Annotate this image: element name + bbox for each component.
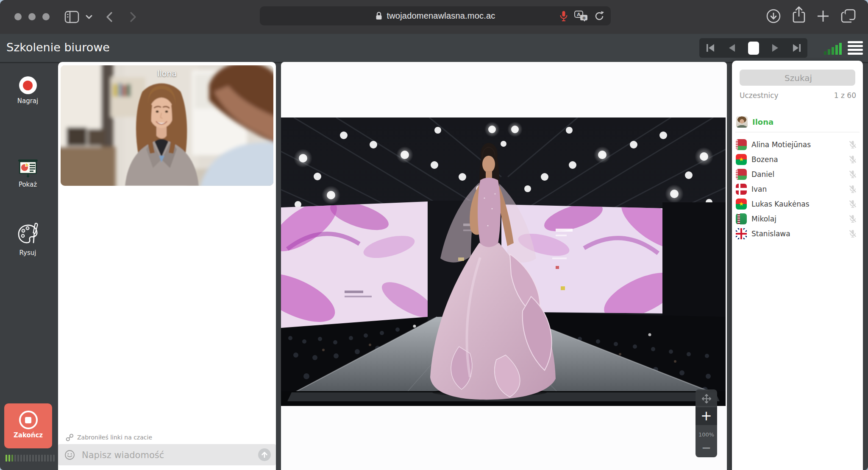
country-flag-icon bbox=[736, 199, 747, 210]
svg-text:A: A bbox=[577, 11, 581, 17]
draw-label: Rysuj bbox=[0, 249, 56, 257]
participants-divider bbox=[735, 132, 860, 132]
country-flag-icon bbox=[736, 139, 747, 150]
participants-panel: Uczestnicy 1 z 60 Ilona Alina Motiejūnas… bbox=[732, 61, 863, 470]
reload-icon[interactable] bbox=[594, 11, 605, 22]
webinar-toolbar: Szkolenie biurowe bbox=[0, 34, 868, 63]
address-bar[interactable]: twojadomenawlasna.moc.ac A ✻ bbox=[260, 6, 611, 25]
emoji-picker-icon[interactable] bbox=[64, 450, 75, 460]
browser-chrome: twojadomenawlasna.moc.ac A ✻ bbox=[0, 0, 868, 34]
draw-button[interactable]: Rysuj bbox=[0, 222, 56, 257]
audio-level-meter bbox=[6, 454, 55, 462]
skip-to-start-button[interactable] bbox=[703, 41, 718, 55]
presentation-board-icon bbox=[18, 158, 38, 178]
country-flag-icon bbox=[736, 228, 747, 239]
end-session-button[interactable]: Zakończ bbox=[4, 403, 52, 448]
participant-search-box[interactable] bbox=[740, 70, 855, 86]
microphone-active-icon[interactable] bbox=[559, 10, 568, 22]
country-flag-icon bbox=[736, 184, 747, 195]
video-frame-image bbox=[61, 65, 273, 186]
url-text: twojadomenawlasna.moc.ac bbox=[387, 11, 495, 21]
host-name: Ilona bbox=[752, 118, 773, 126]
participants-label: Uczestnicy bbox=[740, 91, 779, 100]
tab-overview-button[interactable] bbox=[840, 8, 857, 24]
end-label: Zakończ bbox=[4, 431, 52, 439]
presentation-stage: + 100% − bbox=[281, 62, 727, 470]
host-row[interactable]: Ilona bbox=[732, 114, 863, 129]
previous-button[interactable] bbox=[725, 41, 739, 55]
participants-count: 1 z 60 bbox=[834, 91, 856, 100]
mic-muted-icon bbox=[848, 140, 858, 150]
skip-to-end-button[interactable] bbox=[790, 41, 804, 55]
participant-row[interactable]: Ivan bbox=[732, 182, 863, 196]
record-button[interactable]: Nagraj bbox=[0, 76, 56, 105]
chat-input-bar bbox=[58, 444, 276, 465]
send-arrow-icon bbox=[261, 451, 268, 459]
translate-icon[interactable]: A ✻ bbox=[574, 11, 588, 22]
new-tab-button[interactable] bbox=[816, 9, 830, 23]
participant-row[interactable]: Lukas Kaukėnas bbox=[732, 196, 863, 211]
mic-muted-icon bbox=[848, 214, 858, 224]
pan-move-icon[interactable] bbox=[701, 393, 712, 404]
participants-header: Uczestnicy 1 z 60 bbox=[740, 91, 856, 100]
participant-search-input[interactable] bbox=[740, 70, 857, 87]
zoom-out-button[interactable]: − bbox=[696, 441, 717, 455]
downloads-button[interactable] bbox=[765, 8, 782, 24]
country-flag-icon bbox=[736, 169, 747, 180]
participant-name: Stanislawa bbox=[751, 229, 790, 238]
host-avatar bbox=[736, 116, 748, 128]
participant-name: Mikolaj bbox=[751, 215, 776, 223]
participant-name: Daniel bbox=[751, 170, 774, 179]
stop-icon bbox=[748, 42, 759, 55]
palette-icon bbox=[16, 222, 40, 246]
country-flag-icon bbox=[736, 213, 747, 224]
mic-muted-icon bbox=[848, 154, 858, 165]
participants-list: Alina Motiejūnas Bozena Daniel Ivan Luka bbox=[732, 137, 863, 241]
lock-icon bbox=[375, 11, 383, 21]
participant-row[interactable]: Stanislawa bbox=[732, 226, 863, 241]
sidebar-toggle-icon[interactable] bbox=[64, 11, 80, 23]
minimize-window-button[interactable] bbox=[28, 13, 36, 20]
mic-muted-icon bbox=[848, 199, 858, 209]
forward-button[interactable] bbox=[129, 11, 137, 22]
stop-button[interactable] bbox=[746, 41, 761, 55]
participant-row[interactable]: Alina Motiejūnas bbox=[732, 137, 863, 152]
record-label: Nagraj bbox=[0, 97, 56, 105]
share-button[interactable] bbox=[792, 6, 806, 25]
country-flag-icon bbox=[736, 154, 747, 165]
sidebar-chevron-icon[interactable] bbox=[85, 14, 93, 20]
webinar-title: Szkolenie biurowe bbox=[6, 34, 110, 61]
shared-content-image bbox=[281, 118, 726, 406]
link-icon bbox=[66, 434, 74, 442]
end-stop-icon bbox=[19, 411, 38, 429]
message-input[interactable] bbox=[81, 447, 244, 464]
mic-muted-icon bbox=[848, 229, 858, 239]
close-window-button[interactable] bbox=[14, 13, 22, 20]
play-button[interactable] bbox=[768, 41, 782, 55]
playback-controls bbox=[699, 38, 807, 58]
browser-window: twojadomenawlasna.moc.ac A ✻ bbox=[0, 0, 868, 470]
svg-text:✻: ✻ bbox=[582, 15, 586, 20]
chat-status-text: Zabroniłeś linki na czacie bbox=[77, 434, 152, 441]
participant-row[interactable]: Daniel bbox=[732, 167, 863, 182]
chat-panel: Ilona Zabroniłeś linki na czacie bbox=[58, 62, 276, 470]
mic-muted-icon bbox=[848, 169, 858, 179]
zoom-in-button[interactable]: + bbox=[696, 407, 717, 425]
participant-name: Lukas Kaukėnas bbox=[751, 200, 810, 208]
zoom-window-button[interactable] bbox=[42, 13, 50, 20]
present-button[interactable]: Pokaż bbox=[0, 158, 56, 188]
present-label: Pokaż bbox=[0, 181, 56, 188]
record-icon bbox=[19, 76, 37, 94]
participant-row[interactable]: Mikolaj bbox=[732, 211, 863, 226]
speaker-video-feed[interactable]: Ilona bbox=[61, 65, 273, 186]
connection-quality-icon[interactable] bbox=[823, 40, 843, 56]
chat-status: Zabroniłeś linki na czacie bbox=[66, 433, 152, 442]
screenshot-root: twojadomenawlasna.moc.ac A ✻ bbox=[0, 0, 868, 470]
participant-row[interactable]: Bozena bbox=[732, 152, 863, 167]
mic-muted-icon bbox=[848, 184, 858, 194]
participant-name: Ivan bbox=[751, 185, 767, 193]
menu-button[interactable] bbox=[848, 41, 863, 55]
send-message-button[interactable] bbox=[258, 448, 271, 461]
participant-name: Bozena bbox=[751, 155, 778, 164]
back-button[interactable] bbox=[106, 11, 113, 22]
